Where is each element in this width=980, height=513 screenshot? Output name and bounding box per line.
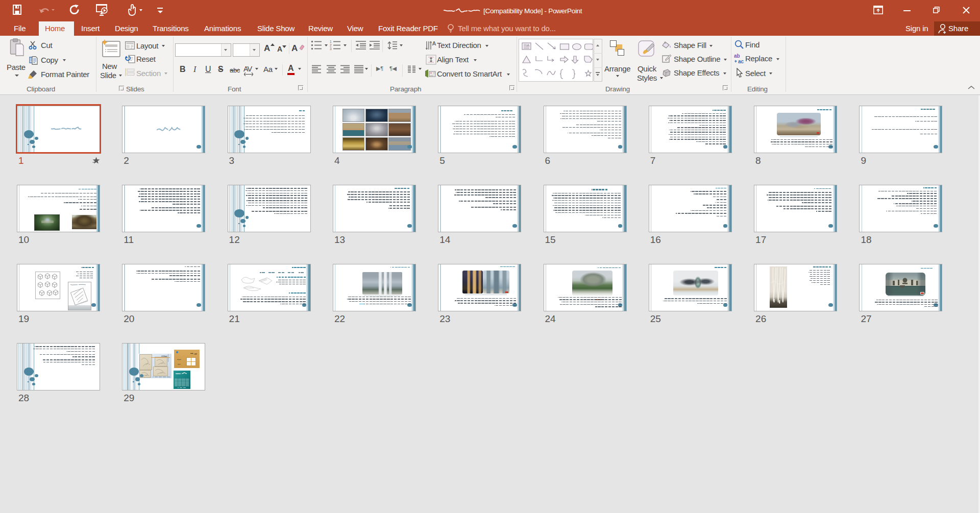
svg-text:3: 3: [330, 47, 332, 50]
svg-text:A: A: [527, 43, 530, 47]
svg-text:A: A: [432, 40, 436, 46]
svg-text:ac: ac: [738, 59, 744, 64]
svg-text:ab: ab: [734, 53, 740, 59]
svg-text:2: 2: [330, 43, 332, 47]
